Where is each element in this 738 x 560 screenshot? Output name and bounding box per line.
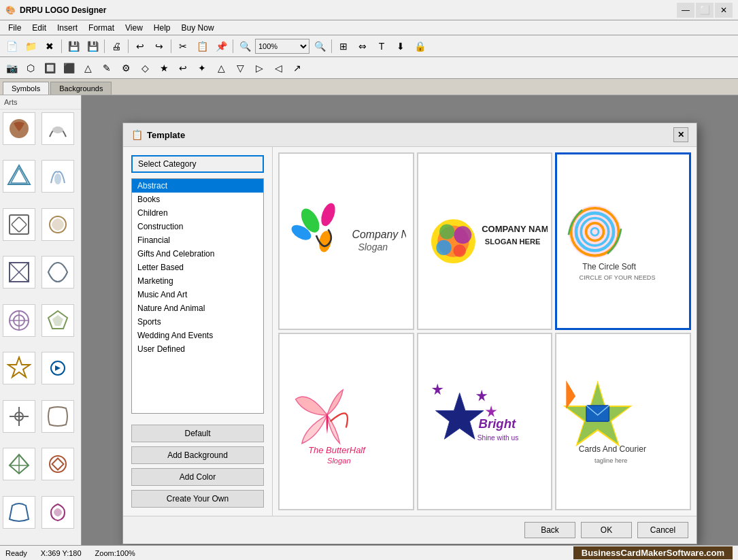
template-cell-1[interactable]: Company Name Slogan — [278, 152, 414, 330]
category-item-abstract[interactable]: Abstract — [132, 179, 263, 193]
symbol-cell[interactable] — [3, 496, 35, 529]
dialog-close-button[interactable]: ✕ — [673, 127, 688, 142]
symbol-cell[interactable] — [41, 400, 74, 433]
tb2-btn7[interactable]: ⚙ — [117, 59, 135, 77]
ok-button[interactable]: OK — [581, 522, 632, 538]
dialog-footer: Back OK Cancel — [123, 516, 697, 544]
symbol-cell[interactable] — [3, 400, 35, 433]
symbol-cell[interactable] — [3, 256, 35, 289]
zoom-selector[interactable]: 100% 75% 150% 200% — [255, 39, 309, 54]
category-item-nature[interactable]: Nature And Animal — [132, 301, 263, 315]
symbol-cell[interactable] — [41, 304, 74, 337]
redo-button[interactable]: ↪ — [150, 37, 168, 55]
add-color-button[interactable]: Add Color — [131, 468, 264, 486]
category-item-letter[interactable]: Letter Based — [132, 261, 263, 274]
cancel-button[interactable]: Cancel — [637, 522, 688, 538]
align-button[interactable]: ⇔ — [354, 37, 371, 55]
menu-edit[interactable]: Edit — [27, 22, 52, 34]
category-list[interactable]: Abstract Books Children Construction Fin… — [131, 178, 264, 414]
tb2-btn4[interactable]: ⬛ — [60, 59, 78, 77]
tab-backgrounds[interactable]: Backgrounds — [50, 82, 112, 95]
tb2-btn6[interactable]: ✎ — [98, 59, 116, 77]
category-item-sports[interactable]: Sports — [132, 315, 263, 329]
template-cell-5[interactable]: Bright Shine with us — [417, 333, 553, 510]
save-as-button[interactable]: 💾 — [84, 37, 101, 55]
tb2-btn5[interactable]: △ — [79, 59, 97, 77]
template-cell-6[interactable]: Cards And Courier tagline here — [555, 333, 691, 510]
category-item-music[interactable]: Music And Art — [132, 288, 263, 301]
tb2-btn2[interactable]: ⬡ — [22, 59, 39, 77]
tb2-btn8[interactable]: ◇ — [136, 59, 154, 77]
back-button[interactable]: Back — [524, 522, 575, 538]
dialog-title-bar: 📋 Template ✕ — [123, 123, 697, 147]
menu-insert[interactable]: Insert — [52, 22, 83, 34]
template-cell-2[interactable]: COMPANY NAME SLOGAN HERE — [417, 152, 553, 330]
panel-section-label: Arts — [0, 95, 81, 110]
create-your-own-button[interactable]: Create Your Own — [131, 490, 264, 508]
symbol-cell[interactable] — [41, 448, 74, 480]
category-item-marketing[interactable]: Marketing — [132, 274, 263, 288]
symbol-cell[interactable] — [41, 112, 74, 145]
text-button[interactable]: T — [373, 37, 390, 55]
symbol-cell[interactable] — [3, 448, 35, 480]
grid-button[interactable]: ⊞ — [335, 37, 352, 55]
tb2-btn3[interactable]: 🔲 — [41, 59, 58, 77]
status-ready: Ready — [5, 549, 27, 557]
tb2-btn16[interactable]: ↗ — [288, 59, 306, 77]
cut-button[interactable]: ✂ — [174, 37, 192, 55]
close-doc-button[interactable]: ✖ — [41, 37, 58, 55]
svg-marker-15 — [8, 357, 30, 377]
template-cell-3[interactable]: The Circle Soft CIRCLE OF YOUR NEEDS — [555, 152, 691, 330]
menu-format[interactable]: Format — [83, 22, 120, 34]
symbol-cell[interactable] — [41, 208, 74, 241]
save-button[interactable]: 💾 — [65, 37, 82, 55]
tb2-btn14[interactable]: ▷ — [250, 59, 268, 77]
symbol-cell[interactable] — [41, 496, 74, 529]
symbol-cell[interactable] — [41, 160, 74, 193]
print-button[interactable]: 🖨 — [107, 37, 125, 55]
symbol-cell[interactable] — [3, 352, 35, 384]
minimize-button[interactable]: — — [677, 3, 694, 18]
tb2-btn9[interactable]: ★ — [155, 59, 173, 77]
tb2-btn15[interactable]: ◁ — [269, 59, 287, 77]
category-item-wedding[interactable]: Wedding And Events — [132, 329, 263, 342]
category-item-financial[interactable]: Financial — [132, 233, 263, 247]
tb2-btn13[interactable]: ▽ — [231, 59, 249, 77]
tb2-btn1[interactable]: 📷 — [3, 59, 20, 77]
tb2-btn10[interactable]: ↩ — [174, 59, 192, 77]
symbol-cell[interactable] — [3, 112, 35, 145]
category-item-user-defined[interactable]: User Defined — [132, 342, 263, 356]
menu-buy-now[interactable]: Buy Now — [176, 22, 220, 34]
copy-button[interactable]: 📋 — [193, 37, 211, 55]
new-button[interactable]: 📄 — [3, 37, 20, 55]
menu-view[interactable]: View — [120, 22, 148, 34]
menu-help[interactable]: Help — [148, 22, 176, 34]
symbol-cell[interactable] — [3, 160, 35, 193]
download-button[interactable]: ⬇ — [392, 37, 409, 55]
zoom-out-button[interactable]: 🔍 — [236, 37, 254, 55]
default-button[interactable]: Default — [131, 425, 264, 442]
category-item-children[interactable]: Children — [132, 206, 263, 220]
paste-button[interactable]: 📌 — [212, 37, 230, 55]
tb2-btn12[interactable]: △ — [212, 59, 230, 77]
template-cell-4[interactable]: The ButterHalf Slogan — [278, 333, 414, 510]
symbol-cell[interactable] — [3, 208, 35, 241]
menu-file[interactable]: File — [3, 22, 27, 34]
tb2-btn11[interactable]: ✦ — [193, 59, 211, 77]
undo-button[interactable]: ↩ — [131, 37, 149, 55]
open-button[interactable]: 📁 — [22, 37, 39, 55]
add-background-button[interactable]: Add Background — [131, 446, 264, 464]
symbol-cell[interactable] — [3, 304, 35, 337]
tab-symbols[interactable]: Symbols — [3, 82, 49, 95]
select-category-button[interactable]: Select Category — [131, 155, 264, 173]
lock-button[interactable]: 🔒 — [411, 37, 429, 55]
close-button[interactable]: ✕ — [715, 3, 733, 18]
symbol-grid — [0, 110, 81, 545]
category-item-gifts[interactable]: Gifts And Celebration — [132, 247, 263, 261]
maximize-button[interactable]: ⬜ — [696, 3, 714, 18]
symbol-cell[interactable] — [41, 352, 74, 384]
symbol-cell[interactable] — [41, 256, 74, 289]
category-item-construction[interactable]: Construction — [132, 220, 263, 233]
category-item-books[interactable]: Books — [132, 193, 263, 206]
zoom-in-button[interactable]: 🔍 — [311, 37, 329, 55]
